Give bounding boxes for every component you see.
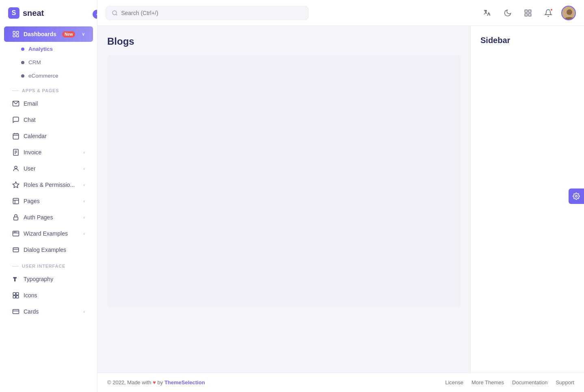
dashboards-label: Dashboards xyxy=(24,31,56,37)
roles-label: Roles & Permissio... xyxy=(24,182,75,188)
sidebar-subitem-ecommerce[interactable]: eCommerce xyxy=(4,69,93,82)
crm-label: CRM xyxy=(28,59,41,65)
svg-rect-33 xyxy=(525,10,528,12)
logo-text: sneat xyxy=(23,9,44,18)
sidebar-item-pages[interactable]: Pages › xyxy=(4,193,93,209)
section-user-interface: USER INTERFACE xyxy=(0,258,97,271)
translate-icon xyxy=(483,9,491,17)
moon-icon xyxy=(504,9,512,17)
ecommerce-dot xyxy=(21,74,24,78)
sidebar-item-auth[interactable]: Auth Pages › xyxy=(4,210,93,225)
logo-area: S sneat ‹ xyxy=(0,0,97,26)
search-icon xyxy=(112,10,118,16)
footer-link-documentation[interactable]: Documentation xyxy=(512,379,547,386)
apps-button[interactable] xyxy=(521,6,535,20)
email-label: Email xyxy=(24,100,38,107)
new-badge: New xyxy=(62,31,76,37)
typography-icon: T xyxy=(12,275,19,283)
svg-rect-2 xyxy=(13,35,15,37)
footer-link-support[interactable]: Support xyxy=(556,379,574,386)
footer-link-license[interactable]: License xyxy=(445,379,463,386)
grid-icon xyxy=(524,9,532,17)
email-icon xyxy=(12,100,19,107)
sidebar-item-dashboards[interactable]: Dashboards New ∨ xyxy=(4,26,93,42)
crm-dot xyxy=(21,61,24,64)
pages-label: Pages xyxy=(24,198,40,204)
ecommerce-label: eCommerce xyxy=(28,73,58,79)
avatar-image xyxy=(562,6,576,20)
chat-label: Chat xyxy=(24,117,36,123)
calendar-icon xyxy=(12,132,19,140)
page-title: Blogs xyxy=(107,36,461,47)
invoice-label: Invoice xyxy=(24,149,41,156)
cards-label: Cards xyxy=(24,308,39,315)
svg-point-13 xyxy=(15,166,17,169)
topbar xyxy=(97,0,584,26)
wizard-label: Wizard Examples xyxy=(24,230,68,237)
roles-icon xyxy=(12,181,19,188)
dialog-label: Dialog Examples xyxy=(24,247,66,253)
sidebar-item-roles[interactable]: Roles & Permissio... › xyxy=(4,177,93,193)
auth-icon xyxy=(12,214,19,221)
invoice-icon xyxy=(12,149,19,156)
sidebar-item-calendar[interactable]: Calendar xyxy=(4,128,93,144)
dark-mode-button[interactable] xyxy=(500,6,515,20)
footer: © 2022, Made with ♥ by ThemeSelection Li… xyxy=(97,373,584,392)
typography-label: Typography xyxy=(24,276,53,282)
sidebar-collapse-button[interactable]: ‹ xyxy=(92,9,97,19)
main-content: Blogs xyxy=(97,26,470,373)
sidebar-item-dialog[interactable]: Dialog Examples xyxy=(4,242,93,258)
settings-icon xyxy=(573,193,580,200)
calendar-label: Calendar xyxy=(24,133,47,139)
chat-icon xyxy=(12,116,19,123)
analytics-label: Analytics xyxy=(28,46,53,52)
cards-arrow: › xyxy=(83,309,85,314)
translate-button[interactable] xyxy=(480,6,495,20)
sidebar-item-invoice[interactable]: Invoice › xyxy=(4,145,93,160)
sidebar-item-typography[interactable]: T Typography xyxy=(4,271,93,287)
svg-line-32 xyxy=(116,14,117,15)
svg-rect-34 xyxy=(529,10,531,12)
svg-rect-0 xyxy=(13,31,15,33)
auth-label: Auth Pages xyxy=(24,214,53,221)
sidebar-item-cards[interactable]: Cards › xyxy=(4,304,93,319)
sidebar-item-email[interactable]: Email xyxy=(4,96,93,111)
footer-links: License More Themes Documentation Suppor… xyxy=(445,379,574,386)
dashboards-arrow: ∨ xyxy=(82,32,85,37)
sidebar-subitem-analytics[interactable]: Analytics xyxy=(4,43,93,55)
svg-rect-5 xyxy=(13,134,19,139)
svg-text:T: T xyxy=(13,277,17,282)
wizard-arrow: › xyxy=(83,231,85,236)
icons-icon xyxy=(12,292,19,299)
user-label: User xyxy=(24,165,36,172)
svg-point-39 xyxy=(575,195,578,197)
sidebar-item-wizard[interactable]: Wizard Examples › xyxy=(4,226,93,241)
dashboard-icon xyxy=(12,30,19,38)
svg-rect-35 xyxy=(525,13,528,16)
topbar-actions xyxy=(480,6,576,20)
active-dot xyxy=(21,48,24,51)
user-icon xyxy=(12,165,19,172)
notifications-button[interactable] xyxy=(541,6,556,20)
cards-icon xyxy=(12,308,19,315)
content-area: Blogs Sidebar xyxy=(97,26,584,373)
right-sidebar: Sidebar xyxy=(470,26,584,373)
content-placeholder xyxy=(107,55,461,307)
logo-icon: S xyxy=(8,7,19,19)
sidebar-subitem-crm[interactable]: CRM xyxy=(4,56,93,69)
dialog-icon xyxy=(12,246,19,253)
sidebar-item-icons[interactable]: Icons xyxy=(4,288,93,303)
sidebar-item-chat[interactable]: Chat xyxy=(4,112,93,128)
svg-rect-27 xyxy=(13,296,15,298)
footer-link-more-themes[interactable]: More Themes xyxy=(472,379,504,386)
svg-rect-36 xyxy=(529,13,531,16)
svg-rect-26 xyxy=(16,292,19,295)
right-sidebar-title: Sidebar xyxy=(480,36,574,45)
search-input[interactable] xyxy=(121,10,303,16)
settings-fab-button[interactable] xyxy=(569,188,584,204)
user-avatar[interactable] xyxy=(561,6,576,20)
wizard-icon xyxy=(12,230,19,237)
sidebar-item-user[interactable]: User › xyxy=(4,161,93,176)
search-bar[interactable] xyxy=(106,6,309,20)
svg-rect-29 xyxy=(13,310,19,314)
